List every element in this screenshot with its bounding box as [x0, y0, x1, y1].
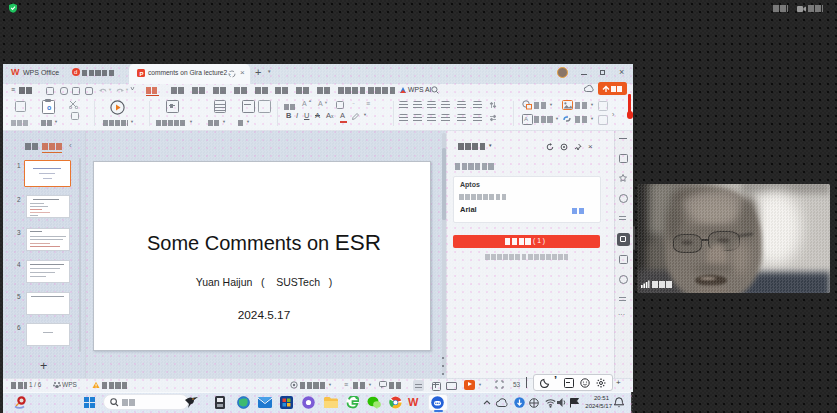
svg-text:d: d — [74, 69, 77, 75]
